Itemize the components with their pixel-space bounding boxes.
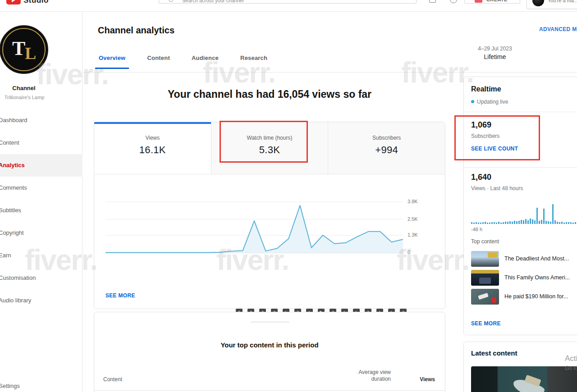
top-content-card: Your top content in this period Content … [94, 312, 445, 392]
live-dot-icon [471, 100, 474, 103]
realtime-bar [554, 220, 556, 224]
account-chip[interactable]: You're a ma... [527, 0, 577, 9]
topbar: Studio Search across your channel CREATE… [0, 0, 577, 12]
realtime-views-label: Views · Last 48 hours [471, 185, 523, 191]
sidebar-item-comments[interactable]: Comments [0, 177, 82, 199]
create-button[interactable]: CREATE [464, 0, 520, 4]
metric-value: 16.1K [94, 144, 211, 156]
realtime-bar [530, 219, 531, 224]
realtime-bar [521, 220, 522, 224]
realtime-bar [480, 223, 481, 224]
account-avatar [532, 0, 544, 6]
realtime-48h-bar-chart [471, 198, 577, 224]
realtime-video-row[interactable]: He paid $190 Million for... [471, 287, 577, 306]
realtime-bar [482, 222, 484, 224]
tab-audience[interactable]: Audience [191, 55, 220, 69]
realtime-bar [491, 222, 493, 224]
realtime-bar [512, 222, 513, 224]
updating-live-label: Updating live [477, 99, 508, 105]
realtime-bar [509, 221, 511, 224]
channel-label: Channel [0, 85, 48, 91]
divider [464, 167, 577, 168]
y-tick-label: 0 [408, 250, 410, 255]
realtime-bar [500, 223, 502, 224]
realtime-bar [566, 222, 567, 224]
realtime-bar [494, 222, 495, 224]
sidebar-menu: DashboardContentAnalyticsCommentsSubtitl… [0, 109, 82, 312]
y-tick-label: 3.8K [408, 199, 418, 204]
sidebar-item-subtitles[interactable]: Subtitles [0, 199, 82, 222]
avatar-monogram-t: T [12, 37, 25, 60]
realtime-bar [471, 222, 472, 224]
realtime-axis-label: -48 h [471, 227, 482, 232]
advanced-mode-link[interactable]: ADVANCED MODE [539, 26, 577, 32]
search-placeholder-text: Search across your channel [182, 0, 243, 3]
line-chart-svg [105, 185, 403, 253]
metric-tab-subscribers[interactable]: Subscribers+994 [328, 122, 445, 174]
realtime-see-more-link[interactable]: SEE MORE [471, 320, 501, 327]
tab-overview[interactable]: Overview [98, 55, 126, 69]
realtime-video-row[interactable]: This Family Owns Ameri... [471, 268, 577, 287]
realtime-views-value: 1,640 [471, 173, 491, 182]
sidebar-item-audio-library[interactable]: Audio library [0, 289, 82, 312]
feedback-icon[interactable] [429, 0, 436, 3]
sidebar-item-analytics[interactable]: Analytics [0, 154, 82, 177]
sidebar-item-customisation[interactable]: Customisation [0, 267, 82, 289]
realtime-bar [548, 221, 549, 224]
realtime-bar [545, 221, 547, 224]
views-line-chart: 01.3K2.5K3.8K4 Jul 2...8 Jul 202312 Jul … [94, 174, 445, 309]
realtime-video-row[interactable]: The Deadliest And Most... [471, 249, 577, 268]
sidebar-item-earn[interactable]: Earn [0, 244, 82, 267]
divider [464, 112, 577, 112]
realtime-bar [539, 221, 540, 224]
realtime-bar [550, 222, 551, 224]
metric-tab-views[interactable]: Views16.1K [94, 122, 211, 174]
page-title: Channel analytics [98, 25, 174, 36]
analytics-header: Channel analytics OverviewContentAudienc… [82, 12, 577, 73]
sidebar-item-content[interactable]: Content [0, 132, 82, 154]
column-header-views[interactable]: Views [420, 376, 435, 383]
metric-value: +994 [328, 144, 445, 156]
realtime-bar [473, 223, 475, 224]
sidebar-item-copyright[interactable]: Copyright [0, 222, 82, 244]
tab-content[interactable]: Content [146, 55, 171, 69]
video-thumbnail [471, 270, 499, 286]
realtime-bar [505, 222, 506, 224]
card-divider [251, 321, 289, 323]
realtime-bar [536, 208, 538, 224]
help-icon[interactable] [450, 0, 457, 3]
realtime-bar [541, 220, 542, 224]
latest-content-title: Latest content [471, 349, 517, 357]
realtime-bar [575, 222, 576, 224]
create-video-icon [475, 0, 482, 3]
realtime-bar [476, 222, 477, 224]
sidebar-item-settings[interactable]: Settings [0, 375, 20, 392]
youtube-logo-icon[interactable] [6, 0, 21, 5]
metric-label: Views [94, 135, 211, 141]
realtime-bar [503, 222, 504, 224]
sidebar-item-dashboard[interactable]: Dashboard [0, 109, 82, 132]
realtime-bar [507, 222, 508, 224]
realtime-top-videos: The Deadliest And Most...This Family Own… [471, 249, 577, 306]
realtime-bar [487, 223, 488, 224]
realtime-bar [572, 223, 574, 224]
realtime-bar [561, 222, 563, 224]
latest-video-thumbnail[interactable] [471, 366, 577, 392]
realtime-bar [489, 223, 490, 224]
column-header-avg-view-duration[interactable]: Average view duration [341, 369, 391, 383]
see-more-link[interactable]: SEE MORE [105, 292, 135, 299]
realtime-bar [543, 209, 545, 224]
date-range-selector[interactable]: 4–29 Jul 2023 Lifetime [463, 46, 527, 60]
column-header-content[interactable]: Content [103, 376, 122, 383]
channel-avatar[interactable]: T L [0, 25, 48, 74]
video-title: He paid $190 Million for... [504, 293, 568, 300]
realtime-bar [559, 222, 560, 224]
video-thumbnail [471, 251, 499, 267]
updating-live-status: Updating live [471, 99, 508, 105]
top-content-title: Your top content in this period [94, 341, 445, 349]
realtime-bar [485, 222, 486, 224]
studio-logo-text: Studio [23, 0, 49, 5]
date-range-text: 4–29 Jul 2023 [463, 46, 527, 52]
tab-research[interactable]: Research [239, 55, 268, 69]
latest-content-card: Latest content [463, 342, 577, 392]
